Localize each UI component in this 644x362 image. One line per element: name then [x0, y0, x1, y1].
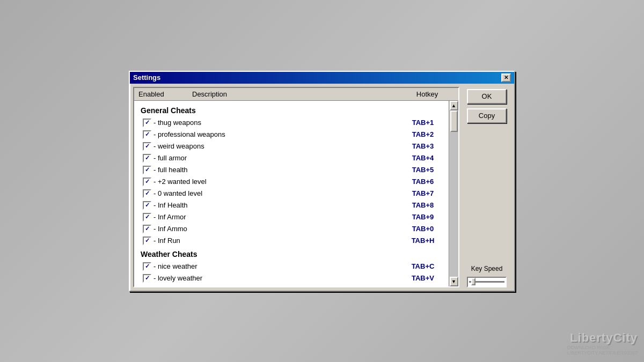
cheat-label-professional-weapons: - professional weapons: [153, 130, 401, 138]
scroll-thumb[interactable]: [450, 110, 458, 132]
side-panel: OK Copy Key Speed: [463, 87, 511, 287]
hotkey-inf-health: TAB+8: [401, 201, 444, 209]
background: Settings ✕ Enabled Description Hotkey Ge…: [0, 0, 644, 362]
hotkey-inf-armor: TAB+9: [401, 213, 444, 221]
window-title: Settings: [133, 73, 160, 82]
cheat-label-inf-run: - Inf Run: [153, 237, 401, 245]
main-panel: Enabled Description Hotkey General Cheat…: [133, 87, 459, 287]
cheat-label-inf-ammo: - Inf Ammo: [153, 225, 401, 233]
scroll-track[interactable]: [450, 110, 458, 277]
list-item[interactable]: - nice weather TAB+C: [134, 261, 449, 272]
logo-text: LibertyCity: [567, 331, 638, 345]
hotkey-nice-weather: TAB+C: [401, 262, 444, 270]
hotkey-thug-weapons: TAB+1: [401, 119, 444, 127]
col-description-header: Description: [192, 90, 400, 98]
col-enabled-header: Enabled: [138, 90, 192, 98]
ok-button[interactable]: OK: [467, 89, 507, 104]
close-button[interactable]: ✕: [501, 73, 511, 82]
list-item[interactable]: - professional weapons TAB+2: [134, 129, 449, 141]
hotkey-full-health: TAB+5: [401, 166, 444, 174]
copy-button[interactable]: Copy: [467, 108, 507, 123]
list-item[interactable]: - Inf Ammo TAB+0: [134, 223, 449, 235]
checkbox-wanted-plus2[interactable]: [143, 178, 151, 186]
cheat-label-wanted-0: - 0 wanted level: [153, 189, 401, 197]
scroll-up-button[interactable]: ▲: [450, 101, 458, 110]
list-item[interactable]: - 0 wanted level TAB+7: [134, 188, 449, 200]
column-headers: Enabled Description Hotkey: [134, 88, 458, 101]
hotkey-wanted-0: TAB+7: [401, 189, 444, 197]
checkbox-weird-weapons[interactable]: [143, 142, 151, 151]
key-speed-label: Key Speed: [471, 265, 503, 272]
checkbox-full-health[interactable]: [143, 166, 151, 174]
cheat-label-full-health: - full health: [153, 166, 401, 174]
checkbox-inf-run[interactable]: [143, 237, 151, 245]
list-item[interactable]: - thug weapons TAB+1: [134, 117, 449, 129]
logo-sub-line2: LIBERTYCITY.NET/FILE/193367: [567, 350, 638, 356]
scrollbar: ▲ ▼: [449, 101, 458, 286]
hotkey-full-armor: TAB+4: [401, 154, 444, 162]
list-item[interactable]: - +2 wanted level TAB+6: [134, 176, 449, 188]
window-body: Enabled Description Hotkey General Cheat…: [130, 84, 514, 291]
hotkey-weird-weapons: TAB+3: [401, 142, 444, 150]
cheat-label-inf-armor: - Inf Armor: [153, 213, 401, 221]
key-speed-slider[interactable]: [467, 277, 507, 287]
checkbox-nice-weather[interactable]: [143, 262, 151, 271]
hotkey-lovely-weather: TAB+V: [401, 274, 444, 282]
cheat-label-wanted-plus2: - +2 wanted level: [153, 178, 401, 186]
checkbox-inf-ammo[interactable]: [143, 225, 151, 233]
slider-track: [469, 281, 504, 283]
checkbox-inf-health[interactable]: [143, 201, 151, 210]
list-item[interactable]: - full armor TAB+4: [134, 152, 449, 164]
cheat-label-inf-health: - Inf Health: [153, 201, 401, 209]
cheat-label-thug-weapons: - thug weapons: [153, 119, 401, 127]
hotkey-professional-weapons: TAB+2: [401, 130, 444, 138]
list-content: General Cheats - thug weapons TAB+1 - pr…: [134, 101, 449, 286]
list-item[interactable]: - Inf Run TAB+H: [134, 235, 449, 247]
col-hotkey-header: Hotkey: [400, 90, 454, 98]
list-item[interactable]: - Inf Armor TAB+9: [134, 211, 449, 223]
title-bar: Settings ✕: [130, 72, 514, 84]
general-cheats-header: General Cheats: [134, 103, 449, 117]
hotkey-inf-ammo: TAB+0: [401, 225, 444, 233]
checkbox-professional-weapons[interactable]: [143, 130, 151, 139]
cheat-label-nice-weather: - nice weather: [153, 262, 401, 270]
list-item[interactable]: - lovely weather TAB+V: [134, 272, 449, 284]
list-item[interactable]: - weird weapons TAB+3: [134, 141, 449, 152]
list-item[interactable]: - Inf Health TAB+8: [134, 200, 449, 211]
checkbox-full-armor[interactable]: [143, 154, 151, 162]
list-item[interactable]: - full health TAB+5: [134, 164, 449, 176]
title-bar-buttons: ✕: [501, 73, 511, 82]
checkbox-lovely-weather[interactable]: [143, 274, 151, 283]
hotkey-wanted-plus2: TAB+6: [401, 178, 444, 186]
checkbox-thug-weapons[interactable]: [143, 119, 151, 127]
libertycity-logo: LibertyCity DOWNLOAD PAGE: LIBERTYCITY.N…: [567, 331, 638, 356]
cheat-label-lovely-weather: - lovely weather: [153, 274, 401, 282]
scroll-down-button[interactable]: ▼: [450, 277, 458, 286]
logo-sub-line1: DOWNLOAD PAGE:: [567, 345, 638, 350]
hotkey-inf-run: TAB+H: [401, 237, 444, 245]
cheat-label-weird-weapons: - weird weapons: [153, 142, 401, 150]
cheat-label-full-armor: - full armor: [153, 154, 401, 162]
list-area: General Cheats - thug weapons TAB+1 - pr…: [134, 101, 458, 286]
settings-window: Settings ✕ Enabled Description Hotkey Ge…: [129, 71, 515, 292]
weather-cheats-header: Weather Cheats: [134, 247, 449, 261]
checkbox-wanted-0[interactable]: [143, 189, 151, 198]
checkbox-inf-armor[interactable]: [143, 213, 151, 221]
slider-thumb[interactable]: [471, 278, 475, 285]
